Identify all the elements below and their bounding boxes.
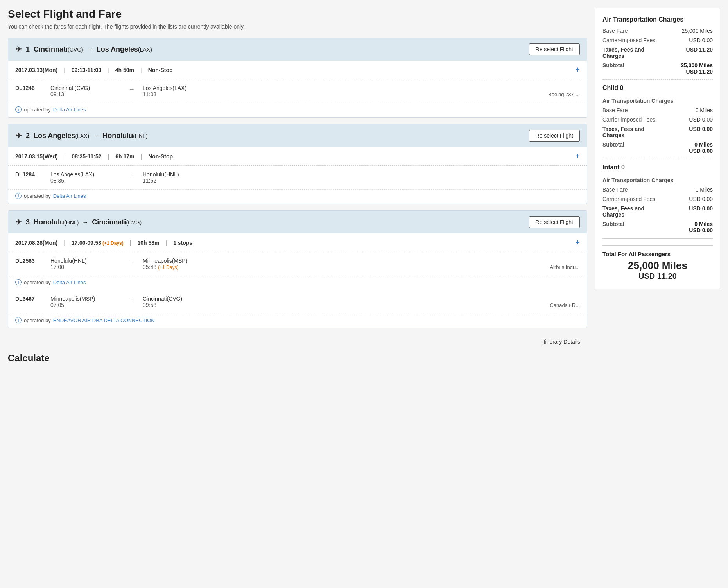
total-label: Total For All Passengers: [602, 251, 713, 257]
expand-btn-1[interactable]: +: [575, 65, 580, 74]
flight-time-range-1: 09:13-11:03: [72, 67, 101, 73]
charge-row: Carrier-imposed Fees USD 0.00: [602, 117, 713, 123]
route-arrow-3: →: [82, 219, 88, 226]
segment-origin-2-1: Los Angeles(LAX) 08:35: [50, 171, 121, 184]
flight-card-1: ✈ 1 Cincinnati(CVG) → Los Angeles(LAX) R…: [8, 38, 587, 118]
charge-row: Carrier-imposed Fees USD 0.00: [602, 37, 713, 43]
airplane-icon-3: ✈: [15, 217, 22, 227]
charge-row: Carrier-imposed Fees USD 0.00: [602, 196, 713, 202]
infant-subsection-title: Air Transportation Charges: [602, 177, 713, 183]
reselect-btn-3[interactable]: Re select Flight: [529, 216, 580, 228]
subtotal-row: Subtotal 0 MilesUSD 0.00: [602, 142, 713, 154]
charge-row: Taxes, Fees and Charges USD 11.20: [602, 47, 713, 59]
page-title: Select Flight and Fare: [8, 8, 587, 20]
segment-arrow-1-1: →: [129, 86, 135, 93]
flight-segment-2-1: DL1284 Los Angeles(LAX) 08:35 → Honolulu…: [8, 166, 587, 190]
sidebar: Air Transportation Charges Base Fare 25,…: [595, 8, 720, 289]
flight-duration-1: 4h 50m: [115, 67, 134, 73]
page-wrapper: Select Flight and Fare You can check the…: [0, 0, 728, 588]
charge-row: Base Fare 25,000 Miles: [602, 28, 713, 34]
route-arrow-1: →: [87, 46, 93, 53]
segment-aircraft-3-2: Canadair R...: [550, 302, 580, 308]
total-miles: 25,000 Miles: [602, 260, 713, 272]
flight-card-3: ✈ 3 Honolulu(HNL) → Cincinnati(CVG) Re s…: [8, 210, 587, 328]
segment-arrow-3-1: →: [129, 258, 135, 265]
segment-code-2-1: DL1284: [15, 171, 43, 177]
charge-row: Base Fare 0 Miles: [602, 107, 713, 113]
info-icon-2-1: i: [15, 193, 22, 199]
segment-code-3-1: DL2563: [15, 258, 43, 264]
flight-time-range-2: 08:35-11:52: [72, 153, 101, 160]
child-subsection-title: Air Transportation Charges: [602, 98, 713, 104]
charge-row: Taxes, Fees and Charges USD 0.00: [602, 126, 713, 138]
expand-btn-3[interactable]: +: [575, 238, 580, 247]
segment-dest-3-1: Minneapolis(MSP) 05:48(+1 Days): [143, 258, 213, 270]
flight-segment-3-2: DL3467 Minneapolis(MSP) 07:05 → Cincinna…: [8, 290, 587, 314]
segment-dest-1-1: Los Angeles(LAX) 11:03: [143, 85, 213, 97]
flight-card-header-left-1: ✈ 1 Cincinnati(CVG) → Los Angeles(LAX): [15, 45, 152, 54]
flight-segment-1-1: DL1246 Cincinnati(CVG) 09:13 → Los Angel…: [8, 79, 587, 103]
flight-card-header-left-3: ✈ 3 Honolulu(HNL) → Cincinnati(CVG): [15, 217, 142, 227]
flight-number-2: 2: [26, 132, 30, 140]
flight-card-header-left-2: ✈ 2 Los Angeles(LAX) → Honolulu(HNL): [15, 131, 148, 140]
info-icon-3-1: i: [15, 279, 22, 285]
flight-number-1: 1: [26, 45, 30, 54]
operated-by-3-1: i operated by Delta Air Lines: [8, 276, 587, 290]
divider-1: [602, 79, 713, 80]
child-section-title: Child 0: [602, 84, 713, 91]
segment-code-1-1: DL1246: [15, 85, 43, 91]
expand-btn-2[interactable]: +: [575, 152, 580, 161]
segment-code-3-2: DL3467: [15, 296, 43, 302]
segment-origin-1-1: Cincinnati(CVG) 09:13: [50, 85, 121, 97]
flight-duration-3: 10h 58m: [137, 240, 159, 246]
flight-time-range-3: 17:00-09:58(+1 Days): [72, 240, 124, 246]
itinerary-details-row: Itinerary Details: [8, 335, 587, 349]
segment-arrow-3-2: →: [129, 296, 135, 303]
route-text-2: Los Angeles(LAX) → Honolulu(HNL): [34, 132, 148, 140]
flight-duration-2: 6h 17m: [115, 153, 134, 160]
sidebar-content: Base Fare 25,000 MilesCarrier-imposed Fe…: [602, 28, 713, 281]
flight-stops-3: 1 stops: [173, 240, 192, 246]
route-arrow-2: →: [93, 133, 99, 139]
operated-by-3-2: i operated by ENDEAVOR AIR DBA DELTA CON…: [8, 314, 587, 328]
route-text-3: Honolulu(HNL) → Cincinnati(CVG): [34, 218, 142, 226]
flight-card-header-1: ✈ 1 Cincinnati(CVG) → Los Angeles(LAX) R…: [8, 38, 587, 61]
flight-stops-1: Non-Stop: [148, 67, 173, 73]
charge-row: Taxes, Fees and Charges USD 0.00: [602, 205, 713, 218]
segment-origin-3-1: Honolulu(HNL) 17:00: [50, 258, 121, 270]
itinerary-details-link[interactable]: Itinerary Details: [542, 339, 580, 345]
flight-date-3: 2017.08.28(Mon): [15, 240, 57, 246]
segment-aircraft-3-1: Airbus Indu...: [550, 264, 580, 270]
charge-row: Base Fare 0 Miles: [602, 186, 713, 193]
subtotal-row: Subtotal 0 MilesUSD 0.00: [602, 221, 713, 233]
subtotal-row: Subtotal 25,000 MilesUSD 11.20: [602, 62, 713, 75]
operated-by-2-1: i operated by Delta Air Lines: [8, 190, 587, 204]
segment-origin-3-2: Minneapolis(MSP) 07:05: [50, 296, 121, 308]
sidebar-main-title: Air Transportation Charges: [602, 16, 713, 23]
flight-date-2: 2017.03.15(Wed): [15, 153, 58, 160]
flight-date-1: 2017.03.13(Mon): [15, 67, 57, 73]
flight-cards-container: ✈ 1 Cincinnati(CVG) → Los Angeles(LAX) R…: [8, 38, 587, 328]
flight-stops-2: Non-Stop: [148, 153, 173, 160]
flight-card-header-3: ✈ 3 Honolulu(HNL) → Cincinnati(CVG) Re s…: [8, 211, 587, 233]
flight-number-3: 3: [26, 218, 30, 226]
flight-info-row-1: 2017.03.13(Mon) | 09:13-11:03 | 4h 50m |…: [8, 61, 587, 79]
divider-3: [602, 238, 713, 239]
total-section: Total For All Passengers 25,000 Miles US…: [602, 245, 713, 281]
segment-dest-2-1: Honolulu(HNL) 11:52: [143, 171, 213, 184]
segment-arrow-2-1: →: [129, 172, 135, 179]
calculate-title: Calculate: [8, 353, 587, 364]
operated-by-1-1: i operated by Delta Air Lines: [8, 103, 587, 117]
segment-dest-3-2: Cincinnati(CVG) 09:58: [143, 296, 213, 308]
airplane-icon-1: ✈: [15, 45, 22, 54]
infant-section-title: Infant 0: [602, 164, 713, 171]
flight-info-row-2: 2017.03.15(Wed) | 08:35-11:52 | 6h 17m |…: [8, 147, 587, 166]
reselect-btn-2[interactable]: Re select Flight: [529, 130, 580, 142]
flight-card-header-2: ✈ 2 Los Angeles(LAX) → Honolulu(HNL) Re …: [8, 124, 587, 147]
page-subtitle: You can check the fares for each flight.…: [8, 23, 587, 30]
total-usd: USD 11.20: [602, 272, 713, 281]
info-icon-1-1: i: [15, 106, 22, 113]
reselect-btn-1[interactable]: Re select Flight: [529, 43, 580, 55]
info-icon-3-2: i: [15, 317, 22, 323]
flight-segment-3-1: DL2563 Honolulu(HNL) 17:00 → Minneapolis…: [8, 252, 587, 276]
